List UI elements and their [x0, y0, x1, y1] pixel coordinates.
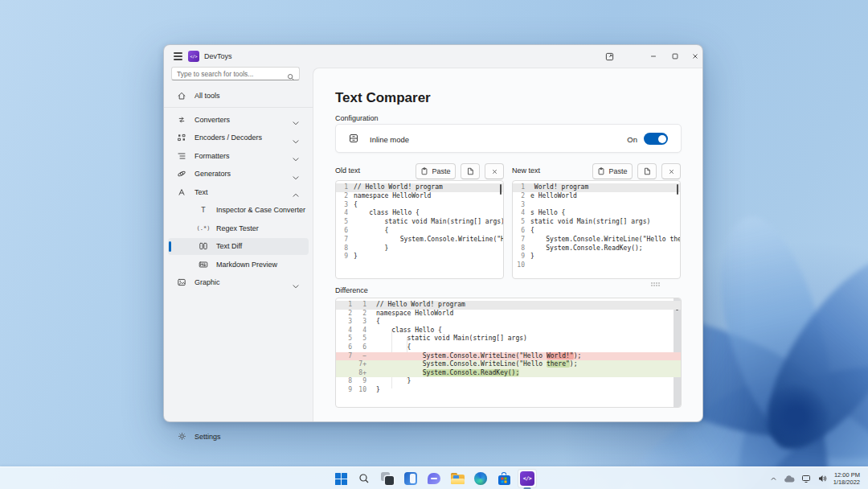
diff-row-normal: 910} [336, 386, 681, 395]
taskbar-search-icon[interactable] [354, 469, 374, 488]
diff-row-added: 7+ System.Console.WriteLine("Hello there… [336, 360, 681, 369]
taskbar-store-icon[interactable] [494, 469, 514, 488]
taskbar-task-view-icon[interactable] [378, 469, 397, 488]
diff-row-normal: 44 class Hello { [336, 327, 681, 335]
taskbar-start-icon[interactable] [331, 469, 350, 488]
line-number: 10 [513, 261, 530, 270]
configuration-label: Configuration [335, 114, 379, 122]
search-input[interactable] [177, 68, 285, 80]
line-number: 7 [336, 236, 354, 244]
text-icon [174, 187, 189, 197]
minimize-button[interactable] [642, 45, 664, 68]
line-number: 9 [513, 253, 530, 261]
desktop: </> DevToys All toolsConvertersEn [0, 0, 868, 489]
code-line: 9} [336, 253, 503, 261]
sidebar-item-text[interactable]: Text [168, 183, 309, 200]
diff-row-normal: 33{ [336, 318, 681, 327]
taskbar: </> 12:00 PM 1/18/2022 [0, 466, 868, 489]
sidebar-item-markdown-preview[interactable]: Markdown Preview [168, 256, 309, 273]
new-paste-button[interactable]: Paste [592, 163, 633, 179]
new-text-label: New text [512, 166, 540, 175]
taskbar-devtoys-icon[interactable]: </> [518, 469, 537, 488]
sidebar-item-all-tools[interactable]: All tools [168, 87, 309, 104]
sidebar-nav: All toolsConvertersEncoders / DecodersFo… [164, 87, 313, 292]
diff-row-current: 11// Hello World! program [336, 301, 681, 310]
sidebar-item-text-diff[interactable]: Text Diff [168, 238, 309, 255]
line-number: 8 [336, 244, 354, 253]
onedrive-cloud-icon[interactable] [784, 475, 795, 483]
sidebar-item-label: Formatters [194, 152, 230, 160]
sidebar-item-label: Markdown Preview [216, 261, 277, 269]
devtoys-app-icon: </> [188, 51, 199, 62]
old-open-file-button[interactable] [461, 163, 480, 179]
titlebar[interactable]: </> DevToys [164, 45, 702, 68]
sidebar-item-formatters[interactable]: Formatters [168, 147, 309, 164]
old-clear-button[interactable] [485, 163, 504, 179]
code-line: 10 [513, 261, 680, 270]
line-number: 2 [513, 192, 530, 201]
sidebar-item-regex-tester[interactable]: (.*)Regex Tester [168, 220, 309, 236]
sidebar-item-label: All tools [194, 92, 220, 100]
line-number: 3 [336, 201, 354, 210]
compact-overlay-icon[interactable] [598, 45, 620, 68]
scrollbar-thumb[interactable] [677, 184, 679, 195]
tray-chevron-up-icon[interactable] [770, 475, 777, 483]
diff-row-normal: 55 static void Main(string[] args) [336, 335, 681, 343]
line-number: 5 [336, 218, 354, 227]
inline-mode-toggle[interactable] [644, 133, 668, 145]
sidebar-item-inspector-case-converter[interactable]: TInspector & Case Converter [168, 202, 309, 219]
sidebar-item-encoders-decoders[interactable]: Encoders / Decoders [168, 129, 309, 146]
gear-icon [174, 432, 189, 441]
menu-button[interactable] [170, 50, 185, 63]
taskbar-file-explorer-icon[interactable] [448, 469, 467, 488]
code-line: 4s Hello { [513, 209, 680, 218]
network-icon[interactable] [801, 474, 811, 483]
search-box[interactable] [171, 67, 300, 80]
sidebar: All toolsConvertersEncoders / DecodersFo… [164, 68, 313, 421]
code-line: 5static void Main(string[] args) [513, 218, 680, 227]
diff-row-normal: 22namespace HelloWorld [336, 310, 681, 318]
converters-icon [174, 115, 189, 125]
old-text-label: Old text [335, 166, 360, 175]
search-icon [287, 70, 295, 84]
sidebar-item-converters[interactable]: Converters [168, 111, 309, 128]
taskbar-chat-icon[interactable] [424, 469, 444, 488]
diff-row-added: 8+ System.Console.ReadKey(); [336, 369, 681, 378]
graphic-icon [174, 277, 189, 287]
difference-viewer[interactable]: 11// Hello World! program22namespace Hel… [335, 298, 682, 408]
sidebar-item-label: Text [194, 188, 208, 196]
inspector-icon: T [196, 206, 211, 214]
sidebar-item-graphic[interactable]: Graphic [168, 274, 309, 291]
line-number: 7 [513, 236, 530, 244]
new-text-editor[interactable]: 1 World! program2e HelloWorld34s Hello {… [512, 180, 681, 279]
maximize-button[interactable] [664, 45, 686, 68]
sidebar-item-label: Graphic [194, 278, 220, 286]
new-clear-button[interactable] [661, 163, 681, 179]
home-icon [174, 91, 189, 101]
markdown-icon [196, 260, 211, 269]
sidebar-item-label: Generators [194, 170, 231, 178]
splitter-grip[interactable] [651, 282, 661, 288]
inline-mode-state: On [627, 135, 637, 144]
taskbar-icons: </> [331, 469, 537, 488]
formatters-icon [174, 151, 189, 161]
taskbar-widgets-icon[interactable] [401, 469, 420, 488]
taskbar-edge-icon[interactable] [471, 469, 490, 488]
code-line: 7 System.Console.WriteLine("Hello there"… [513, 236, 680, 244]
scrollbar-thumb[interactable] [500, 184, 502, 195]
devtoys-window: </> DevToys All toolsConvertersEn [163, 44, 703, 422]
taskbar-clock[interactable]: 12:00 PM 1/18/2022 [833, 471, 860, 486]
sidebar-item-generators[interactable]: Generators [168, 166, 309, 183]
code-line: 8 System.Console.ReadKey(); [513, 244, 680, 253]
close-button[interactable] [686, 45, 704, 68]
sidebar-divider [164, 107, 313, 108]
regex-icon: (.*) [196, 225, 211, 232]
sidebar-item-label: Encoders / Decoders [194, 134, 262, 142]
old-paste-button[interactable]: Paste [416, 163, 456, 179]
inline-mode-label: Inline mode [370, 135, 409, 144]
new-open-file-button[interactable] [637, 163, 657, 179]
sidebar-item-label: Settings [194, 433, 221, 441]
old-text-editor[interactable]: 1// Hello World! program2namespace Hello… [335, 180, 504, 279]
sidebar-item-settings[interactable]: Settings [168, 428, 309, 445]
volume-icon[interactable] [817, 474, 827, 483]
